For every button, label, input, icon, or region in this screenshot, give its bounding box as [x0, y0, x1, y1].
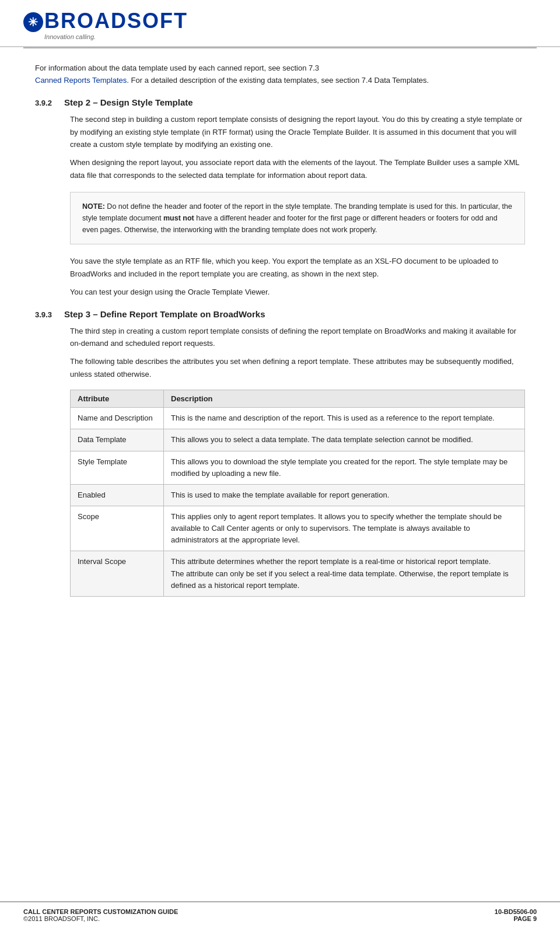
- desc-cell: This is used to make the template availa…: [164, 484, 525, 506]
- section-392: 3.9.2 Step 2 – Design Style Template The…: [35, 97, 525, 299]
- footer-guide-title: CALL CENTER REPORTS CUSTOMIZATION GUIDE: [23, 908, 178, 915]
- section-392-header: 3.9.2 Step 2 – Design Style Template: [35, 97, 525, 107]
- table-row: ScopeThis applies only to agent report t…: [71, 506, 525, 551]
- attributes-table: Attribute Description Name and Descripti…: [70, 390, 525, 597]
- note-label: NOTE:: [82, 202, 105, 211]
- logo-brand-name: BROADSOFT: [44, 9, 188, 33]
- attr-cell: Enabled: [71, 484, 164, 506]
- table-row: Interval ScopeThis attribute determines …: [71, 551, 525, 596]
- col-description-header: Description: [164, 390, 525, 408]
- desc-cell: This allows you to select a data templat…: [164, 429, 525, 451]
- section-392-para4: You can test your design using the Oracl…: [70, 286, 525, 298]
- section-392-para2: When designing the report layout, you as…: [70, 156, 525, 181]
- attributes-table-container: Attribute Description Name and Descripti…: [70, 390, 525, 597]
- desc-cell: This applies only to agent report templa…: [164, 506, 525, 551]
- section-393: 3.9.3 Step 3 – Define Report Template on…: [35, 309, 525, 597]
- section-392-para3: You save the style template as an RTF fi…: [70, 255, 525, 280]
- col-attribute-header: Attribute: [71, 390, 164, 408]
- attr-cell: Interval Scope: [71, 551, 164, 596]
- logo-star-icon: ✳: [23, 12, 43, 32]
- section-393-num: 3.9.3: [35, 310, 64, 319]
- table-row: EnabledThis is used to make the template…: [71, 484, 525, 506]
- attr-cell: Name and Description: [71, 408, 164, 429]
- footer-right: 10-BD5506-00 PAGE 9: [495, 908, 537, 922]
- section-392-para1: The second step in building a custom rep…: [70, 113, 525, 150]
- logo-tagline: Innovation calling.: [44, 33, 96, 40]
- note-box: NOTE: Do not define the header and foote…: [70, 192, 525, 244]
- desc-cell: This allows you to download the style te…: [164, 451, 525, 484]
- section-392-title: Step 2 – Design Style Template: [64, 97, 193, 107]
- desc-cell: This is the name and description of the …: [164, 408, 525, 429]
- intro-line1: For information about the data template …: [35, 62, 525, 87]
- attr-cell: Scope: [71, 506, 164, 551]
- footer-page-number: PAGE 9: [495, 915, 537, 922]
- table-row: Style TemplateThis allows you to downloa…: [71, 451, 525, 484]
- section-393-header: 3.9.3 Step 3 – Define Report Template on…: [35, 309, 525, 319]
- section-393-para1: The third step in creating a custom repo…: [70, 325, 525, 350]
- attr-cell: Style Template: [71, 451, 164, 484]
- desc-cell: This attribute determines whether the re…: [164, 551, 525, 596]
- footer-copyright: ©2011 BROADSOFT, INC.: [23, 915, 178, 922]
- canned-reports-link[interactable]: Canned Reports Templates.: [35, 76, 129, 85]
- page-footer: CALL CENTER REPORTS CUSTOMIZATION GUIDE …: [0, 901, 560, 928]
- intro-line2: For a detailed description of the existi…: [131, 76, 429, 85]
- footer-left: CALL CENTER REPORTS CUSTOMIZATION GUIDE …: [23, 908, 178, 922]
- footer-doc-number: 10-BD5506-00: [495, 908, 537, 915]
- attr-cell: Data Template: [71, 429, 164, 451]
- note-bold: must not: [163, 214, 194, 222]
- section-393-title: Step 3 – Define Report Template on Broad…: [64, 309, 265, 319]
- table-header-row: Attribute Description: [71, 390, 525, 408]
- page-header: ✳BROADSOFT Innovation calling.: [0, 0, 560, 47]
- table-row: Data TemplateThis allows you to select a…: [71, 429, 525, 451]
- logo-text: ✳BROADSOFT: [23, 10, 188, 32]
- main-content: For information about the data template …: [0, 48, 560, 653]
- logo-area: ✳BROADSOFT Innovation calling.: [23, 10, 188, 40]
- section-392-num: 3.9.2: [35, 99, 64, 107]
- section-393-para2: The following table describes the attrib…: [70, 355, 525, 380]
- table-row: Name and DescriptionThis is the name and…: [71, 408, 525, 429]
